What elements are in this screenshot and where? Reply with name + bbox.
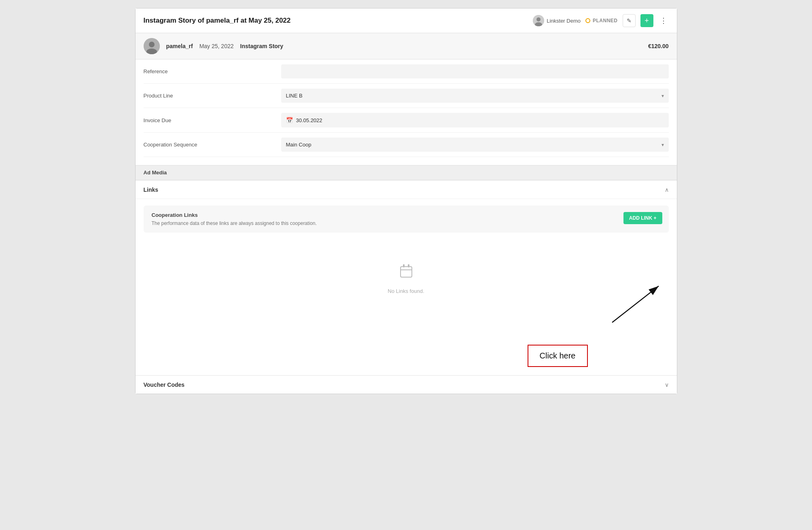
voucher-header: Voucher Codes ∨: [136, 376, 677, 394]
click-here-box: Click here: [528, 345, 588, 367]
empty-icon: [398, 263, 414, 283]
header-right: Linkster Demo PLANNED ✎ + ⋮: [533, 14, 668, 27]
svg-rect-8: [408, 264, 409, 267]
info-type: Instagram Story: [240, 43, 284, 49]
add-button[interactable]: +: [640, 14, 653, 27]
invoice-due-row: Invoice Due 📅 30.05.2022: [144, 108, 669, 133]
cooperation-sequence-field: Main Coop Secondary Coop: [281, 138, 669, 152]
cooperation-sequence-label: Cooperation Sequence: [144, 142, 281, 148]
form-section: Reference Product Line LINE B LINE A LIN…: [136, 59, 677, 165]
reference-label: Reference: [144, 68, 281, 74]
empty-text: No Links found.: [388, 288, 424, 294]
avatar: [144, 38, 160, 54]
info-bar: pamela_rf May 25, 2022 Instagram Story €…: [136, 33, 677, 59]
page-header: Instagram Story of pamela_rf at May 25, …: [136, 8, 677, 33]
user-badge: Linkster Demo: [533, 15, 581, 26]
calendar-icon: 📅: [286, 117, 293, 123]
cooperation-links-desc: The performance data of these links are …: [152, 220, 661, 226]
cooperation-sequence-row: Cooperation Sequence Main Coop Secondary…: [144, 133, 669, 157]
reference-input[interactable]: [281, 64, 669, 78]
info-price: €120.00: [648, 43, 669, 49]
cooperation-sequence-select[interactable]: Main Coop Secondary Coop: [281, 138, 669, 152]
product-line-select[interactable]: LINE B LINE A LINE C: [281, 89, 669, 103]
ad-media-label: Ad Media: [144, 170, 167, 176]
ad-media-header: Ad Media: [136, 165, 677, 180]
info-bar-left: pamela_rf May 25, 2022 Instagram Story: [144, 38, 284, 54]
add-link-label: ADD LINK +: [629, 215, 657, 221]
svg-rect-7: [403, 264, 405, 267]
product-line-field: LINE B LINE A LINE C: [281, 89, 669, 103]
voucher-section: Voucher Codes ∨: [136, 376, 677, 394]
product-line-label: Product Line: [144, 93, 281, 99]
cooperation-sequence-select-wrapper: Main Coop Secondary Coop: [281, 138, 669, 152]
info-date: May 25, 2022: [199, 43, 234, 49]
page-container: Instagram Story of pamela_rf at May 25, …: [135, 8, 677, 394]
links-content-area: No Links found. Click here: [136, 239, 677, 375]
more-options-button[interactable]: ⋮: [658, 16, 669, 25]
svg-point-1: [536, 17, 541, 21]
click-here-text: Click here: [540, 351, 576, 360]
chevron-up-icon[interactable]: ∧: [665, 187, 669, 193]
empty-state: No Links found.: [136, 239, 677, 318]
voucher-title: Voucher Codes: [144, 382, 185, 388]
status-label: PLANNED: [593, 18, 618, 23]
reference-field: [281, 64, 669, 78]
click-here-callout: Click here: [136, 318, 677, 375]
plus-icon: +: [645, 17, 649, 25]
invoice-due-date[interactable]: 📅 30.05.2022: [281, 113, 669, 127]
edit-button[interactable]: ✎: [623, 14, 636, 27]
user-name: Linkster Demo: [547, 18, 581, 24]
invoice-due-label: Invoice Due: [144, 117, 281, 123]
svg-point-4: [149, 42, 155, 47]
reference-row: Reference: [144, 59, 669, 84]
more-icon: ⋮: [660, 17, 667, 25]
links-header: Links ∧: [136, 181, 677, 199]
svg-rect-6: [401, 267, 412, 277]
chevron-down-icon[interactable]: ∨: [665, 382, 669, 388]
product-line-select-wrapper: LINE B LINE A LINE C: [281, 89, 669, 103]
cooperation-links-title: Cooperation Links: [152, 212, 661, 218]
status-dot: [585, 18, 590, 23]
page-title: Instagram Story of pamela_rf at May 25, …: [144, 17, 291, 25]
invoice-due-value: 30.05.2022: [296, 117, 322, 123]
user-avatar-small: [533, 15, 544, 26]
info-username: pamela_rf: [166, 43, 193, 49]
cooperation-links-card: Cooperation Links The performance data o…: [144, 206, 669, 233]
links-section: Links ∧ Cooperation Links The performanc…: [136, 181, 677, 375]
invoice-due-field: 📅 30.05.2022: [281, 113, 669, 127]
links-title: Links: [144, 187, 159, 193]
add-link-button[interactable]: ADD LINK +: [623, 212, 662, 224]
status-badge: PLANNED: [585, 18, 618, 23]
edit-icon: ✎: [627, 17, 632, 24]
product-line-row: Product Line LINE B LINE A LINE C: [144, 84, 669, 108]
